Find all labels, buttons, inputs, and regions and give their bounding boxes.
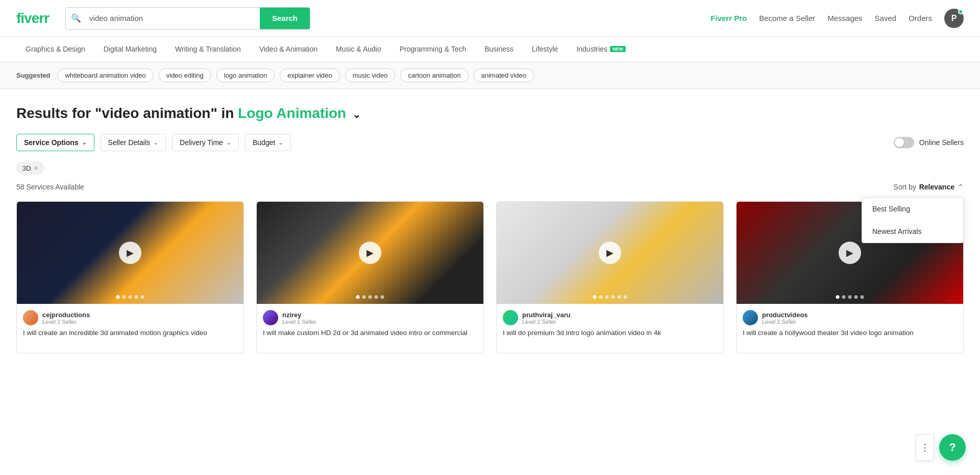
- filter-row: Service Options ⌄ Seller Details ⌄ Deliv…: [16, 134, 964, 151]
- seller-details-label: Seller Details: [108, 138, 150, 147]
- filter-tag-label: 3D: [22, 164, 31, 172]
- seller-info-1: nzirey Level 1 Seller: [263, 310, 477, 325]
- services-count: 58 Services Available: [16, 183, 84, 191]
- delivery-time-arrow: ⌄: [226, 139, 231, 146]
- cards-grid: ▶ cejproductions Level 2 Seller: [16, 201, 964, 353]
- cat-graphics-design[interactable]: Graphics & Design: [16, 37, 94, 62]
- suggested-tag-6[interactable]: animated video: [474, 68, 534, 82]
- dot: [624, 295, 627, 299]
- seller-level-3: Level 2 Seller: [762, 319, 808, 325]
- search-button[interactable]: Search: [260, 8, 310, 29]
- dot: [362, 295, 366, 299]
- remove-filter-button[interactable]: ×: [34, 164, 38, 172]
- seller-details-button[interactable]: Seller Details ⌄: [101, 134, 166, 151]
- orders-link[interactable]: Orders: [909, 14, 932, 22]
- suggested-tag-3[interactable]: explainer video: [280, 68, 339, 82]
- dot: [122, 295, 126, 299]
- card-dots-0: [116, 295, 144, 299]
- card-image-0: ▶: [17, 202, 243, 304]
- sort-row: 58 Services Available Sort by Relevance …: [16, 183, 964, 191]
- seller-info-0: cejproductions Level 2 Seller: [23, 310, 237, 325]
- service-card-2[interactable]: ▶ pruthviraj_varu Level 2 Seller: [496, 201, 724, 353]
- results-prefix: Results for "video animation" in: [16, 105, 234, 121]
- service-card-1[interactable]: ▶ nzirey Level 1 Seller I will: [256, 201, 484, 353]
- seller-name-1: nzirey: [282, 311, 316, 319]
- dot: [842, 295, 846, 299]
- play-button-1[interactable]: ▶: [359, 242, 381, 264]
- suggested-tag-1[interactable]: video editing: [159, 68, 211, 82]
- suggested-bar: Suggested whiteboard animation video vid…: [0, 62, 980, 89]
- header-nav: Fiverr Pro Become a Seller Messages Save…: [710, 9, 964, 28]
- seller-avatar-0: [23, 310, 38, 325]
- seller-info-2: pruthviraj_varu Level 2 Seller: [503, 310, 717, 325]
- category-dropdown-arrow[interactable]: ⌄: [352, 109, 361, 120]
- dot: [599, 295, 603, 299]
- cat-writing-translation[interactable]: Writing & Translation: [166, 37, 250, 62]
- play-button-0[interactable]: ▶: [119, 242, 141, 264]
- suggested-tag-4[interactable]: music video: [345, 68, 396, 82]
- dot: [593, 295, 597, 299]
- seller-name-3: productvideos: [762, 311, 808, 319]
- cat-business[interactable]: Business: [475, 37, 523, 62]
- sort-by[interactable]: Sort by Relevance ⌃ Best Selling Newest …: [893, 183, 964, 191]
- delivery-time-button[interactable]: Delivery Time ⌄: [172, 134, 239, 151]
- budget-button[interactable]: Budget ⌄: [245, 134, 291, 151]
- budget-arrow: ⌄: [278, 139, 283, 146]
- search-bar: 🔍 Search: [65, 7, 310, 30]
- suggested-tag-0[interactable]: whiteboard animation video: [57, 68, 153, 82]
- play-button-2[interactable]: ▶: [599, 242, 621, 264]
- saved-link[interactable]: Saved: [875, 14, 897, 22]
- seller-level-2: Level 2 Seller: [522, 319, 571, 325]
- sort-dropdown: Best Selling Newest Arrivals: [862, 197, 964, 243]
- cat-programming-tech[interactable]: Programming & Tech: [390, 37, 475, 62]
- suggested-label: Suggested: [16, 72, 50, 79]
- online-indicator: [958, 9, 963, 14]
- dot: [356, 295, 360, 299]
- dot: [116, 295, 120, 299]
- seller-level-1: Level 1 Seller: [282, 319, 316, 325]
- seller-avatar-1: [263, 310, 278, 325]
- card-dots-2: [593, 295, 627, 299]
- service-card-0[interactable]: ▶ cejproductions Level 2 Seller: [16, 201, 244, 353]
- dot: [135, 295, 138, 299]
- card-body-1: nzirey Level 1 Seller I will make custom…: [257, 304, 483, 353]
- suggested-tag-2[interactable]: logo animation: [216, 68, 275, 82]
- fiverr-pro-link[interactable]: Fiverr Pro: [710, 14, 747, 22]
- logo[interactable]: fiverr: [16, 10, 49, 27]
- cat-video-animation[interactable]: Video & Animation: [250, 37, 327, 62]
- category-link[interactable]: Logo Animation: [238, 105, 346, 121]
- results-title: Results for "video animation" in Logo An…: [16, 105, 964, 122]
- seller-details-arrow: ⌄: [153, 139, 158, 146]
- online-sellers-toggle[interactable]: [894, 137, 914, 148]
- cat-music-audio[interactable]: Music & Audio: [327, 37, 390, 62]
- dot: [369, 295, 372, 299]
- cat-lifestyle[interactable]: Lifestyle: [523, 37, 567, 62]
- search-input[interactable]: [86, 9, 260, 28]
- card-title-3: I will create a hollywood theater 3d vid…: [743, 328, 957, 347]
- avatar[interactable]: P: [944, 9, 964, 28]
- cat-industries[interactable]: Industries NEW: [567, 37, 635, 62]
- card-dots-3: [836, 295, 864, 299]
- category-nav: Graphics & Design Digital Marketing Writ…: [0, 37, 980, 62]
- cat-digital-marketing[interactable]: Digital Marketing: [94, 37, 166, 62]
- dot: [129, 295, 132, 299]
- service-options-button[interactable]: Service Options ⌄: [16, 134, 94, 151]
- play-button-3[interactable]: ▶: [839, 242, 861, 264]
- sort-option-best-selling[interactable]: Best Selling: [862, 198, 963, 220]
- card-body-3: productvideos Level 2 Seller I will crea…: [737, 304, 963, 353]
- dot: [861, 295, 864, 299]
- active-filter-3d[interactable]: 3D ×: [16, 161, 44, 175]
- card-body-2: pruthviraj_varu Level 2 Seller I will do…: [497, 304, 723, 353]
- dot: [375, 295, 378, 299]
- search-icon: 🔍: [66, 13, 86, 23]
- become-seller-link[interactable]: Become a Seller: [759, 14, 815, 22]
- messages-link[interactable]: Messages: [827, 14, 862, 22]
- avatar-letter: P: [951, 14, 957, 23]
- card-image-2: ▶: [497, 202, 723, 304]
- seller-name-0: cejproductions: [42, 311, 90, 319]
- suggested-tag-5[interactable]: cartoon animation: [400, 68, 468, 82]
- sort-option-newest[interactable]: Newest Arrivals: [862, 220, 963, 243]
- card-title-2: I will do premium 3d intro logo animatio…: [503, 328, 717, 347]
- card-image-1: ▶: [257, 202, 483, 304]
- seller-level-0: Level 2 Seller: [42, 319, 90, 325]
